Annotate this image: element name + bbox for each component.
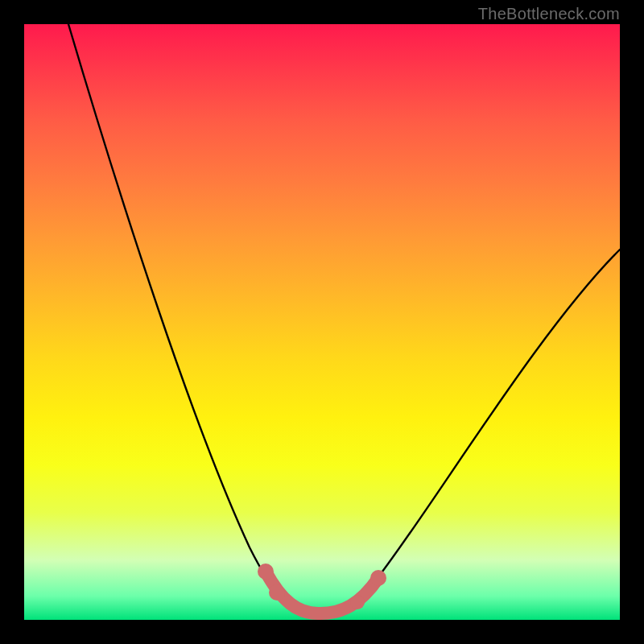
highlight-dot xyxy=(350,595,365,609)
highlight-dot xyxy=(269,584,285,601)
bottleneck-curve xyxy=(68,24,620,613)
highlight-dot xyxy=(370,570,386,586)
highlight-dot xyxy=(258,564,274,580)
watermark-text: TheBottleneck.com xyxy=(478,5,620,23)
curve-layer xyxy=(24,24,620,620)
chart-frame: TheBottleneck.com xyxy=(0,0,644,644)
